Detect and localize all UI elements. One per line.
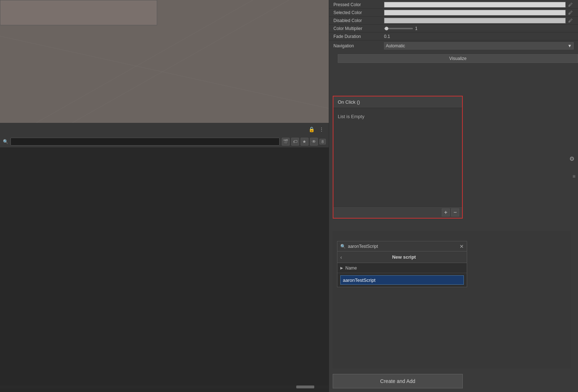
horizontal-scrollbar[interactable] (0, 385, 329, 388)
script-search-bar: 🔍 ✕ (337, 241, 467, 251)
disabled-color-eyedropper[interactable]: 🖊 (567, 17, 574, 24)
navigation-dropdown-value: Automatic (386, 43, 405, 48)
lock-icon[interactable]: 🔒 (307, 125, 316, 134)
selected-color-eyedropper[interactable]: 🖊 (567, 9, 574, 16)
color-multiplier-slider-container: 1 (384, 26, 574, 31)
onclick-empty-text: List is Empty (333, 108, 462, 125)
scene-grid (0, 0, 329, 123)
onclick-header: On Click () (333, 96, 462, 108)
script-name-row: ▶ Name (337, 263, 467, 273)
search-toolbar-icons: 🎬 🏷 ★ 👁 8 (282, 138, 326, 146)
tag-icon[interactable]: 🏷 (291, 138, 299, 146)
pressed-color-field[interactable] (384, 2, 566, 8)
scrollbar-thumb[interactable] (296, 385, 314, 388)
search-input[interactable] (10, 138, 280, 146)
disabled-color-field[interactable] (384, 18, 566, 23)
script-search-icon: 🔍 (340, 244, 346, 249)
scene-view-area: 🔒 ⋮ 🔍 🎬 🏷 ★ 👁 8 (0, 0, 329, 392)
star-icon[interactable]: ★ (301, 138, 309, 146)
visualize-container: Visualize (329, 51, 578, 66)
svg-line-2 (72, 0, 289, 123)
pressed-color-label: Pressed Color (333, 2, 384, 7)
new-script-title: New script (344, 254, 464, 260)
name-label: Name (345, 266, 357, 271)
script-name-input[interactable] (340, 275, 464, 285)
selected-color-row: Selected Color 🖊 (329, 9, 578, 17)
svg-line-0 (0, 36, 329, 108)
color-multiplier-track (384, 28, 413, 29)
onclick-add-button[interactable]: + (442, 208, 450, 216)
visualize-button[interactable]: Visualize (338, 54, 578, 63)
pressed-color-eyedropper[interactable]: 🖊 (567, 1, 574, 8)
close-icon[interactable]: ✕ (460, 244, 464, 249)
right-panel: Pressed Color 🖊 Selected Color 🖊 Disable… (329, 0, 578, 392)
script-dropdown: 🔍 ✕ ‹ New script ▶ Name (337, 241, 467, 287)
navigation-dropdown[interactable]: Automatic ▼ (384, 42, 574, 49)
more-icon[interactable]: ⋮ (317, 125, 326, 134)
onclick-panel: On Click () List is Empty + − 🔍 ✕ ‹ New … (333, 96, 463, 219)
count-badge: 8 (319, 139, 326, 145)
scene-canvas-area (0, 0, 329, 123)
navigation-label: Navigation (333, 43, 384, 48)
color-multiplier-row: Color Multiplier 1 (329, 25, 578, 33)
color-multiplier-value: 1 (415, 26, 418, 31)
svg-line-1 (36, 0, 253, 123)
fade-duration-label: Fade Duration (333, 34, 384, 39)
onclick-remove-button[interactable]: − (451, 208, 459, 216)
color-multiplier-label: Color Multiplier (333, 26, 384, 31)
scene-icon[interactable]: 🎬 (282, 138, 290, 146)
selected-color-field[interactable] (384, 10, 566, 16)
inspector-properties: Pressed Color 🖊 Selected Color 🖊 Disable… (329, 0, 578, 66)
fade-duration-value: 0.1 (384, 34, 390, 39)
lines-icon[interactable]: ≡ (573, 173, 576, 179)
play-icon: ▶ (340, 266, 343, 270)
bottom-toolbar: 🔒 ⋮ (0, 123, 329, 136)
selected-color-label: Selected Color (333, 10, 384, 15)
gear-icon[interactable]: ⚙ (569, 155, 574, 162)
script-nav-header: ‹ New script (337, 251, 467, 263)
back-arrow-icon[interactable]: ‹ (340, 254, 342, 260)
script-search-input[interactable] (348, 244, 457, 249)
search-icon: 🔍 (3, 139, 8, 144)
onclick-footer: + − (333, 206, 462, 218)
disabled-color-label: Disabled Color (333, 18, 384, 23)
create-and-add-button[interactable]: Create and Add (333, 374, 463, 388)
color-multiplier-thumb[interactable] (385, 27, 388, 30)
navigation-dropdown-arrow: ▼ (568, 43, 572, 48)
fade-duration-row: Fade Duration 0.1 (329, 33, 578, 40)
pressed-color-row: Pressed Color 🖊 (329, 1, 578, 9)
navigation-row: Navigation Automatic ▼ (329, 40, 578, 51)
disabled-color-row: Disabled Color 🖊 (329, 17, 578, 25)
search-bar-container: 🔍 🎬 🏷 ★ 👁 8 (0, 136, 329, 147)
eye-icon[interactable]: 👁 (310, 138, 318, 146)
bottom-panel: 🔒 ⋮ 🔍 🎬 🏷 ★ 👁 8 (0, 123, 329, 392)
